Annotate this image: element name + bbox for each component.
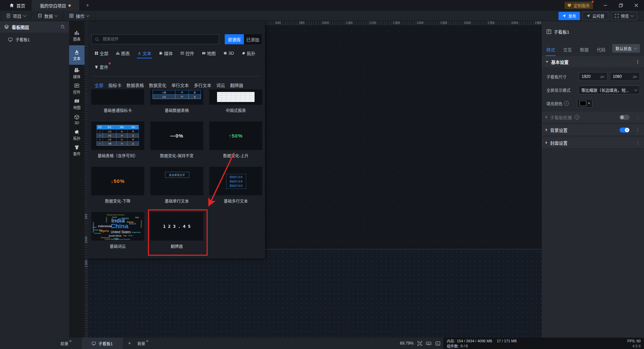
tab-interaction[interactable]: 交互: [563, 46, 572, 56]
state-dropdown[interactable]: 默认状态: [612, 44, 640, 53]
rail-item-kits[interactable]: 套件: [69, 143, 85, 158]
category-tab-media[interactable]: 媒体: [159, 50, 173, 58]
component-card[interactable]: 基础多行文本 基础多行文本 基础多行文本 基础多行文本: [209, 167, 262, 203]
search-icon[interactable]: [60, 24, 65, 29]
rail-item-controls[interactable]: 控件: [69, 81, 85, 96]
menu-data[interactable]: 数据: [32, 11, 63, 21]
component-card[interactable]: 序号 姓名 年龄 性别 1小刘36男 2小红18女 3小李25男 4小姚29女: [91, 121, 144, 158]
category-tab-map[interactable]: 地图: [202, 50, 216, 58]
tab-resource-library[interactable]: 资源库: [225, 34, 244, 44]
component-card[interactable]: 基础普通指标卡: [91, 89, 144, 113]
kebab-menu-icon[interactable]: [636, 141, 640, 145]
sub-tab-data-table[interactable]: 数据表格: [126, 82, 144, 88]
component-card[interactable]: —0% 数据变化-保持不变: [150, 121, 203, 158]
sub-tab-multi-line[interactable]: 多行文本: [194, 82, 211, 88]
sub-tab-single-line[interactable]: 单行文本: [171, 82, 189, 88]
kebab-menu-icon[interactable]: [636, 60, 640, 64]
caret-right-icon: [546, 141, 547, 144]
fit-screen-icon[interactable]: [417, 340, 423, 346]
component-card[interactable]: 双击修改文字 基础单行文本: [150, 167, 203, 203]
tab-code[interactable]: 代码: [597, 46, 605, 56]
tab-data[interactable]: 数据: [580, 46, 589, 56]
titlebar: 首页 我的空白项目 + 定制服务: [0, 0, 644, 11]
publish-button[interactable]: 发布: [558, 12, 580, 20]
section-basic-settings[interactable]: 基本设置: [542, 56, 644, 67]
wordcloud-word: Pakistan: [140, 220, 142, 228]
rail-item-text[interactable]: 文本: [69, 45, 85, 65]
fill-color-swatch[interactable]: [577, 99, 592, 108]
add-circle-icon[interactable]: ⊕: [146, 339, 149, 343]
sub-tab-flipper[interactable]: 翻牌器: [230, 82, 243, 88]
category-tabs: 全部 图表 文本 媒体 控件 地图: [95, 50, 262, 72]
minimize-button[interactable]: [598, 0, 613, 11]
layer-item-sub-board[interactable]: 子看板1: [0, 33, 69, 42]
component-search-input[interactable]: [102, 37, 215, 42]
card-label: 基础词云: [91, 243, 144, 249]
memory-value: 154 / 3934 / 4096 MB: [457, 339, 492, 343]
component-card-flipper[interactable]: 123.45 翻牌器: [150, 212, 203, 249]
rail-item-charts[interactable]: 图表: [69, 28, 85, 43]
card-preview-single-text: 双击修改文字: [150, 167, 203, 195]
sub-tab-indicator-card[interactable]: 指标卡: [108, 82, 121, 88]
project-tab[interactable]: 我的空白项目: [32, 0, 79, 11]
caret-down-icon: [588, 103, 590, 104]
components-label: 组件数:: [447, 343, 459, 349]
category-tab-controls[interactable]: 控件: [180, 50, 194, 58]
category-tab-charts[interactable]: 图表: [116, 50, 130, 58]
help-icon[interactable]: [564, 101, 569, 106]
display-mode-select[interactable]: 等比缩放（长边填充，短...: [578, 86, 640, 94]
active-board-tab[interactable]: 子看板1: [82, 338, 123, 349]
tab-added[interactable]: 已添加: [244, 34, 262, 44]
foreground-layer-button[interactable]: 前景 ⊕: [60, 341, 72, 346]
keyboard-icon[interactable]: [426, 340, 432, 346]
rail-item-topology[interactable]: 拓扑: [69, 127, 85, 143]
new-tab-button[interactable]: +: [83, 0, 93, 11]
zoom-level[interactable]: 69.79%: [400, 341, 414, 346]
menu-operate[interactable]: 操作: [63, 11, 95, 21]
menu-project[interactable]: 项目: [0, 11, 32, 21]
category-tab-all[interactable]: 全部: [95, 50, 108, 58]
component-card[interactable]: 小明25男 小红30女 基础数据表格: [150, 89, 203, 113]
category-tab-kits[interactable]: 套件: [95, 64, 108, 72]
category-tab-text[interactable]: 文本: [138, 50, 151, 58]
height-input[interactable]: 1080px: [610, 72, 640, 81]
sub-tab-wordcloud[interactable]: 词云: [216, 82, 225, 88]
tab-style[interactable]: 样式: [546, 46, 555, 56]
chevron-down-icon: [55, 14, 58, 17]
carousel-toggle[interactable]: [620, 115, 630, 120]
category-tab-topology[interactable]: 拓扑: [242, 50, 256, 58]
component-card[interactable]: ↓50% 数据变化-下降: [91, 167, 144, 203]
component-card[interactable]: ↑50% 数据变化-上升: [209, 121, 262, 158]
publish-label: 发布: [568, 13, 576, 19]
grid-icon: [95, 51, 98, 55]
kebab-menu-icon[interactable]: [636, 128, 640, 132]
component-search-box[interactable]: [91, 34, 219, 44]
sub-tab-data-change[interactable]: 数据变化: [149, 82, 166, 88]
close-button[interactable]: [629, 0, 644, 11]
rail-item-map[interactable]: 地图: [69, 96, 85, 112]
add-circle-icon[interactable]: ⊕: [69, 339, 72, 343]
add-board-button[interactable]: +: [128, 340, 131, 346]
component-card[interactable]: Papua New GuineaIsraelSudanAlgeriaMaliIn…: [91, 212, 144, 249]
section-background-settings[interactable]: 背景设置 1: [542, 124, 644, 135]
section-cover-settings[interactable]: 封面设置: [542, 137, 644, 148]
custom-service-button[interactable]: 定制服务: [565, 2, 593, 9]
category-tab-3d[interactable]: 3D: [223, 50, 234, 58]
width-input[interactable]: 1920px: [579, 72, 607, 81]
background-toggle[interactable]: 1: [620, 128, 630, 133]
rail-item-media[interactable]: 媒体: [69, 65, 85, 81]
preview-button[interactable]: 预览: [611, 12, 637, 20]
cloud-host-button[interactable]: 云托管: [582, 12, 608, 20]
home-label: 首页: [16, 2, 25, 9]
home-button[interactable]: 首页: [9, 0, 25, 11]
help-icon[interactable]: [575, 115, 579, 119]
sub-tab-all[interactable]: 全部: [95, 82, 103, 88]
console-icon[interactable]: [435, 340, 441, 346]
background-layer-button[interactable]: 背景 ⊕: [137, 341, 149, 346]
kebab-menu-icon[interactable]: [636, 115, 640, 119]
section-board-carousel[interactable]: 子看板轮播: [542, 112, 644, 122]
component-card[interactable]: 中国式报表: [209, 89, 262, 113]
rail-item-3d[interactable]: 3D: [69, 112, 85, 127]
restore-button[interactable]: [613, 0, 629, 11]
toggle-badge: 1: [625, 128, 629, 132]
